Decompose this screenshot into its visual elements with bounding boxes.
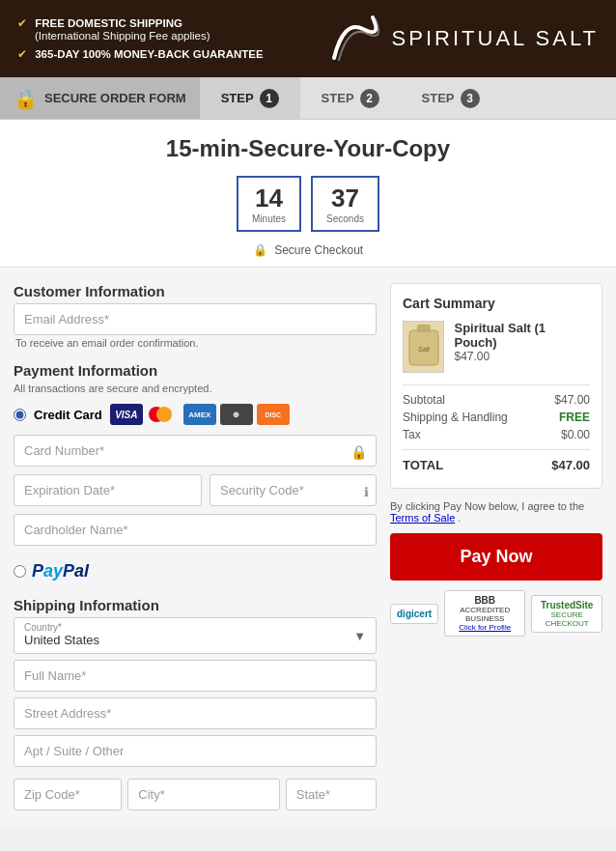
salt-pouch-svg: Salt (405, 323, 443, 371)
product-image: Salt (403, 321, 444, 373)
cvv-wrapper: ℹ (210, 474, 377, 508)
diners-icon: ⊕ (220, 404, 253, 425)
cvv-info-icon[interactable]: ℹ (364, 484, 369, 498)
shipping-subtitle: (International Shipping Fee applies) (17, 30, 210, 42)
subtotal-value: $47.00 (554, 393, 590, 407)
left-column: Customer Information To receive an email… (14, 283, 390, 812)
mastercard-icon (147, 404, 180, 425)
country-chevron-icon: ▼ (353, 629, 366, 643)
discover-icon: DISC (257, 404, 290, 425)
step-1: STEP 1 (200, 77, 300, 119)
trusted-subtitle: SECURE CHECKOUT (538, 610, 596, 628)
credit-card-radio[interactable] (14, 409, 26, 421)
bbb-subtitle: ACCREDITED BUSINESS (451, 606, 518, 623)
shipping-section-title: Shipping Information (14, 597, 377, 613)
step-bar: 🔒 SECURE ORDER FORM STEP 1 STEP 2 STEP 3 (0, 77, 616, 120)
digicert-title: digicert (397, 609, 432, 619)
terms-text: By clicking Pay Now below, I agree to th… (390, 500, 602, 524)
payment-section-sub: All transactions are secure and encrypte… (14, 383, 377, 394)
street-address-input[interactable] (14, 697, 377, 729)
security-code-input[interactable] (210, 474, 377, 506)
right-column: Cart Summary Salt Spiritual Salt (1 Pouc… (390, 283, 602, 637)
total-row: TOTAL $47.00 (403, 458, 590, 472)
email-hint: To receive an email order confirmation. (14, 337, 377, 349)
tax-row: Tax $0.00 (403, 428, 590, 441)
credit-card-label: Credit Card (34, 408, 102, 422)
trustedsite-badge: TrustedSite SECURE CHECKOUT (531, 595, 602, 633)
paypal-row: PayPal (14, 561, 377, 582)
seconds-box: 37 Seconds (311, 176, 379, 232)
cart-item-info: Spiritual Salt (1 Pouch) $47.00 (454, 321, 590, 363)
step-3: STEP 3 (401, 77, 501, 119)
apt-suite-input[interactable] (14, 735, 377, 767)
guarantee-badge: ✔ 365-DAY 100% MONEY-BACK GUARANTEE (17, 47, 264, 61)
terms-suffix: . (458, 512, 461, 524)
bbb-title: BBB (451, 595, 518, 606)
zip-city-state-row (14, 779, 377, 812)
cart-divider-2 (403, 449, 590, 450)
step1-num: 1 (260, 89, 279, 108)
shipping-badge: ✔ FREE DOMESTIC SHIPPING (International … (17, 16, 264, 42)
step2-label: STEP (322, 91, 354, 105)
title-area: 15-min-Secure-Your-Copy 14 Minutes 37 Se… (0, 120, 616, 268)
step3-label: STEP (422, 91, 455, 105)
minutes-box: 14 Minutes (237, 176, 301, 232)
secure-checkout-text: Secure Checkout (274, 243, 363, 257)
subtotal-row: Subtotal $47.00 (403, 393, 590, 407)
paypal-radio[interactable] (14, 565, 26, 578)
secure-checkout-banner: 🔒 Secure Checkout (0, 236, 616, 268)
secure-text: SECURE ORDER FORM (44, 91, 186, 105)
shipping-section: Shipping Information Country* United Sta… (14, 597, 377, 812)
bbb-link[interactable]: Click for Profile (451, 623, 518, 632)
cart-item: Salt Spiritual Salt (1 Pouch) $47.00 (403, 321, 590, 373)
logo: SPIRITUAL SALT (315, 10, 599, 68)
email-input[interactable] (14, 303, 377, 335)
card-icons: VISA AMEX ⊕ DISC (110, 404, 290, 425)
page-title: 15-min-Secure-Your-Copy (0, 120, 616, 170)
check-icon-2: ✔ (17, 48, 27, 60)
subtotal-label: Subtotal (403, 393, 445, 407)
cart-item-price: $47.00 (454, 350, 590, 363)
cart-item-name: Spiritual Salt (1 Pouch) (454, 321, 590, 350)
expiration-input[interactable] (14, 474, 202, 506)
trust-badges: digicert BBB ACCREDITED BUSINESS Click f… (390, 590, 602, 637)
shipping-title: FREE DOMESTIC SHIPPING (35, 17, 182, 29)
checkout-lock-icon: 🔒 (253, 243, 267, 257)
step3-num: 3 (461, 89, 480, 108)
card-lock-icon: 🔒 (350, 444, 367, 460)
state-input[interactable] (286, 779, 377, 810)
secure-order-label: 🔒 SECURE ORDER FORM (0, 77, 200, 119)
payment-section: Payment Information All transactions are… (14, 362, 377, 582)
step1-label: STEP (221, 91, 254, 105)
country-value: United States (24, 633, 366, 647)
city-input[interactable] (127, 779, 279, 810)
shipping-value: FREE (559, 411, 590, 424)
svg-rect-1 (417, 325, 431, 332)
seconds-label: Seconds (326, 213, 364, 224)
guarantee-text: 365-DAY 100% MONEY-BACK GUARANTEE (35, 48, 263, 60)
full-name-input[interactable] (14, 660, 377, 692)
cart-summary: Cart Summary Salt Spiritual Salt (1 Pouc… (390, 283, 602, 489)
seconds-value: 37 (326, 184, 364, 213)
tax-value: $0.00 (561, 428, 590, 441)
cart-title: Cart Summary (403, 296, 590, 311)
svg-text:Salt: Salt (418, 346, 431, 353)
total-label: TOTAL (403, 458, 443, 472)
pay-now-button[interactable]: Pay Now (390, 533, 602, 581)
minutes-label: Minutes (252, 213, 286, 224)
trusted-title: TrustedSite (538, 600, 596, 610)
exp-cvv-row: ℹ (14, 474, 377, 508)
customer-section: Customer Information To receive an email… (14, 283, 377, 349)
digicert-badge: digicert (390, 604, 438, 624)
customer-section-title: Customer Information (14, 283, 377, 299)
shipping-row: Shipping & Handling FREE (403, 411, 590, 424)
logo-icon (315, 10, 392, 68)
country-wrapper[interactable]: Country* United States ▼ (14, 617, 377, 654)
terms-of-sale-link[interactable]: Terms of Sale (390, 512, 455, 524)
step-2: STEP 2 (300, 77, 401, 119)
terms-prefix: By clicking Pay Now below, I agree to th… (390, 500, 584, 512)
cardholder-name-input[interactable] (14, 514, 377, 546)
shipping-label: Shipping & Handling (403, 411, 508, 424)
zip-code-input[interactable] (14, 779, 122, 810)
card-number-input[interactable] (14, 435, 377, 467)
